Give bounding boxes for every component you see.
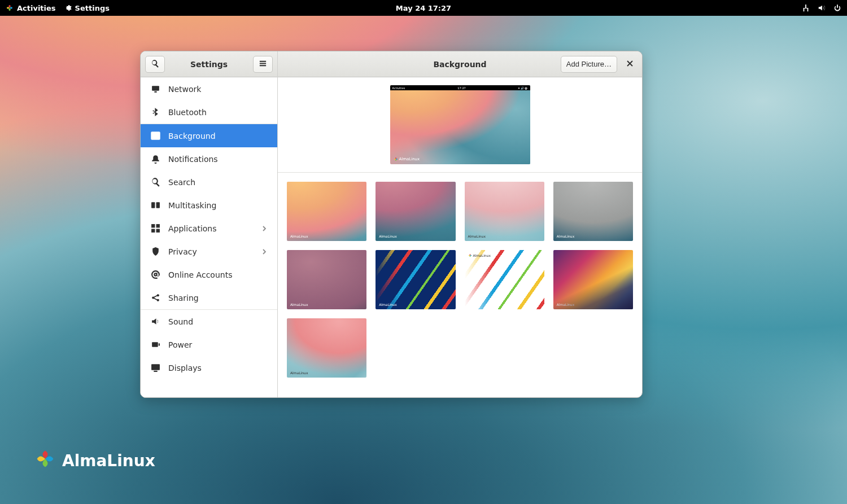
sidebar-item-background[interactable]: Background (141, 124, 277, 147)
thumb-brand-label: AlmaLinux (468, 234, 486, 238)
settings-content: Background Add Picture… Activities 17:27 (278, 51, 642, 397)
power-settings-icon (151, 340, 160, 349)
sidebar-item-label: Background (168, 132, 216, 141)
content-title: Background (433, 60, 486, 69)
add-picture-label: Add Picture… (566, 60, 612, 68)
svg-rect-14 (151, 364, 160, 370)
volume-icon[interactable] (818, 4, 826, 12)
sidebar-item-label: Notifications (168, 155, 218, 164)
wallpaper-thumb[interactable]: AlmaLinux (376, 182, 455, 241)
svg-point-11 (157, 299, 159, 301)
thumb-brand-label: AlmaLinux (557, 234, 574, 238)
desktop-branding: AlmaLinux (35, 449, 155, 473)
multitasking-icon (151, 200, 160, 210)
wallpaper-thumb[interactable]: AlmaLinux (287, 318, 366, 378)
wallpaper-grid: AlmaLinux AlmaLinux AlmaLinux AlmaLinux … (278, 173, 642, 397)
network-icon (151, 84, 160, 94)
thumb-brand-label: AlmaLinux (557, 303, 574, 306)
svg-rect-8 (156, 229, 160, 233)
wallpaper-thumb[interactable]: AlmaLinux (553, 250, 633, 309)
wallpaper-thumb[interactable]: AlmaLinux (465, 182, 544, 241)
sidebar-item-label: Search (168, 178, 195, 187)
settings-window: Settings Network Bluetooth Background (140, 51, 643, 398)
top-panel: Activities Settings May 24 17:27 (0, 0, 847, 16)
activities-button[interactable]: Activities (6, 4, 56, 12)
svg-rect-6 (156, 224, 160, 227)
wallpaper-thumb[interactable]: AlmaLinux (465, 250, 544, 309)
svg-rect-4 (156, 202, 160, 208)
bell-icon (151, 154, 160, 164)
thumb-brand-label: AlmaLinux (290, 234, 308, 238)
thumb-brand-label: AlmaLinux (290, 371, 308, 375)
svg-rect-7 (151, 229, 155, 233)
gear-icon (64, 4, 72, 12)
svg-rect-1 (154, 91, 156, 93)
sidebar-item-label: Multitasking (168, 201, 216, 210)
sidebar-item-label: Sound (168, 317, 193, 326)
sidebar-item-label: Applications (168, 224, 217, 233)
svg-rect-13 (159, 343, 160, 345)
wallpaper-thumb[interactable]: AlmaLinux (376, 250, 455, 309)
sidebar-item-network[interactable]: Network (141, 77, 277, 100)
almalinux-logo-icon (6, 4, 14, 12)
branding-label: AlmaLinux (62, 452, 155, 470)
apps-icon (151, 223, 160, 233)
preview-status-icons: ▾ 🔊 ⏻ (518, 86, 528, 90)
bluetooth-icon (151, 107, 160, 117)
sidebar-item-online-accounts[interactable]: Online Accounts (141, 263, 277, 286)
add-picture-button[interactable]: Add Picture… (561, 56, 617, 73)
svg-rect-15 (154, 371, 157, 372)
search-icon (151, 177, 160, 187)
wallpaper-thumb[interactable]: AlmaLinux (287, 250, 366, 309)
sidebar-item-privacy[interactable]: Privacy (141, 240, 277, 263)
sidebar-item-label: Power (168, 340, 192, 349)
sidebar-item-label: Bluetooth (168, 108, 207, 117)
background-icon (151, 131, 160, 141)
search-button[interactable] (145, 56, 165, 73)
sidebar-item-sharing[interactable]: Sharing (141, 286, 277, 309)
svg-rect-3 (151, 202, 155, 208)
power-icon[interactable] (833, 4, 841, 12)
sidebar-item-applications[interactable]: Applications (141, 217, 277, 240)
sidebar-item-multitasking[interactable]: Multitasking (141, 194, 277, 217)
sidebar-item-displays[interactable]: Displays (141, 356, 277, 379)
sidebar-title: Settings (190, 60, 228, 69)
preview-clock: 17:27 (457, 86, 465, 90)
monitor-preview[interactable]: Activities 17:27 ▾ 🔊 ⏻ AlmaLinux (390, 85, 530, 164)
sidebar-item-search[interactable]: Search (141, 170, 277, 194)
wallpaper-thumb[interactable]: AlmaLinux (287, 182, 366, 241)
thumb-brand-label: AlmaLinux (379, 234, 396, 238)
search-icon (151, 59, 159, 69)
clock-button[interactable]: May 24 17:27 (396, 4, 451, 12)
content-headerbar: Background Add Picture… (278, 51, 642, 77)
sidebar-item-label: Privacy (168, 247, 197, 256)
activities-label: Activities (17, 4, 56, 12)
chevron-right-icon (261, 224, 267, 233)
sidebar-item-label: Online Accounts (168, 270, 232, 279)
hamburger-menu-button[interactable] (253, 56, 273, 73)
thumb-brand-label: AlmaLinux (290, 303, 308, 306)
sidebar-item-notifications[interactable]: Notifications (141, 147, 277, 170)
svg-rect-5 (151, 224, 155, 227)
thumb-brand-label: AlmaLinux (379, 303, 396, 306)
sidebar-item-sound[interactable]: Sound (141, 310, 277, 333)
close-icon (626, 59, 634, 69)
at-icon (151, 270, 160, 279)
network-wired-icon[interactable] (802, 4, 810, 12)
sound-icon (151, 317, 160, 326)
sidebar-item-label: Network (168, 85, 201, 94)
current-background-preview: Activities 17:27 ▾ 🔊 ⏻ AlmaLinux (278, 77, 642, 173)
wallpaper-thumb[interactable]: AlmaLinux (553, 182, 633, 241)
display-icon (151, 363, 160, 372)
sidebar-headerbar: Settings (141, 51, 277, 77)
sidebar-item-bluetooth[interactable]: Bluetooth (141, 100, 277, 124)
close-button[interactable] (622, 56, 638, 72)
settings-sidebar: Settings Network Bluetooth Background (141, 51, 278, 397)
chevron-right-icon (261, 247, 267, 256)
hamburger-icon (259, 59, 267, 69)
sidebar-item-power[interactable]: Power (141, 333, 277, 356)
app-menu-label: Settings (75, 4, 110, 12)
sidebar-item-label: Sharing (168, 293, 199, 303)
svg-point-10 (157, 294, 159, 296)
app-menu-button[interactable]: Settings (64, 4, 110, 12)
